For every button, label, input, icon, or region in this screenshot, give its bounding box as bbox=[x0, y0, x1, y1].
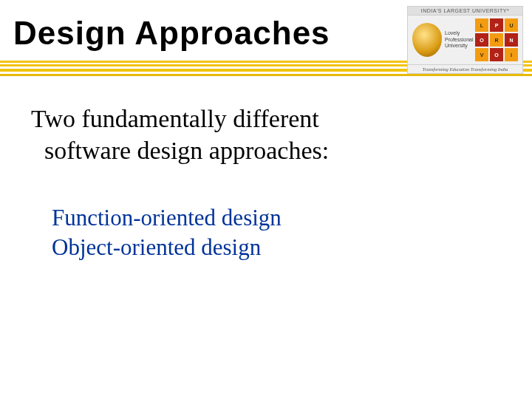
lpu-grid-icon: L P U O R N V O I bbox=[475, 18, 518, 61]
logo-name: Lovely Professional University bbox=[445, 30, 475, 49]
logo-tagline: Transforming Education Transforming Indi… bbox=[408, 64, 522, 74]
shield-icon bbox=[412, 23, 442, 57]
intro-text: Two fundamentally different software des… bbox=[31, 103, 510, 166]
logo-body: Lovely Professional University L P U O R… bbox=[408, 16, 522, 64]
approach-item-1: Function-oriented design bbox=[52, 203, 510, 233]
intro-line-2: software design approaches: bbox=[31, 135, 510, 167]
approach-list: Function-oriented design Object-oriented… bbox=[52, 203, 510, 263]
university-logo: INDIA'S LARGEST UNIVERSITY* Lovely Profe… bbox=[407, 6, 523, 74]
approach-item-2: Object-oriented design bbox=[52, 233, 510, 262]
intro-line-1: Two fundamentally different bbox=[31, 103, 510, 135]
slide: Design Approaches INDIA'S LARGEST UNIVER… bbox=[0, 0, 532, 399]
logo-topbar-text: INDIA'S LARGEST UNIVERSITY* bbox=[408, 7, 522, 16]
